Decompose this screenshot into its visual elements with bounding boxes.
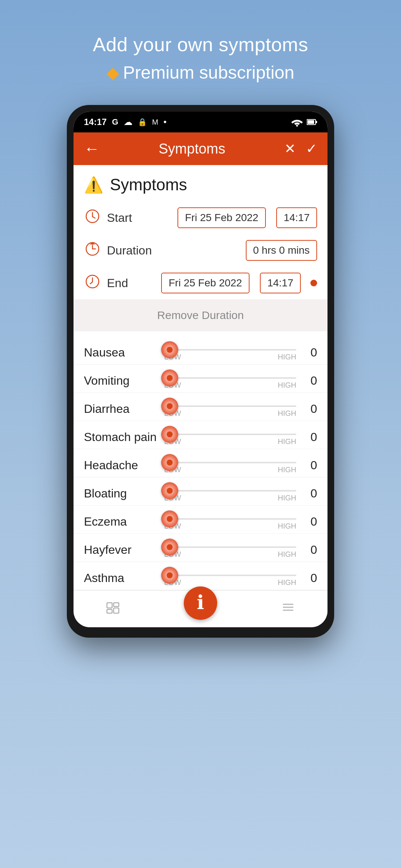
back-button[interactable]: ← bbox=[84, 140, 100, 158]
start-date[interactable]: Fri 25 Feb 2022 bbox=[177, 207, 266, 228]
wifi-icon bbox=[291, 118, 303, 126]
end-row: End Fri 25 Feb 2022 14:17 bbox=[74, 267, 327, 299]
symptom-slider-1[interactable]: LOW HIGH bbox=[164, 372, 296, 389]
mail-icon: M bbox=[152, 118, 159, 126]
symptom-slider-2[interactable]: LOW HIGH bbox=[164, 400, 296, 418]
header-title: Symptoms bbox=[159, 141, 225, 157]
symptom-value-3: 0 bbox=[302, 430, 317, 444]
nav-home-icon[interactable] bbox=[105, 599, 121, 619]
slider-thumb-inner-3 bbox=[167, 431, 173, 437]
slider-high-label-1: HIGH bbox=[278, 381, 296, 389]
bottom-nav: ℹ bbox=[74, 590, 327, 627]
symptom-row: Diarrhea LOW HIGH 0 bbox=[74, 393, 327, 421]
duration-value[interactable]: 0 hrs 0 mins bbox=[246, 240, 317, 261]
slider-thumb-inner-2 bbox=[167, 403, 173, 409]
phone-frame: 14:17 G ☁ 🔒 M • bbox=[67, 105, 334, 638]
slider-track-3[interactable] bbox=[164, 434, 296, 435]
slider-labels-4: LOW HIGH bbox=[164, 466, 296, 474]
slider-thumb-inner-5 bbox=[167, 488, 173, 494]
slider-thumb-2[interactable] bbox=[161, 398, 178, 415]
duration-row: Duration 0 hrs 0 mins bbox=[74, 234, 327, 267]
slider-labels-1: LOW HIGH bbox=[164, 381, 296, 389]
dot-icon: • bbox=[163, 117, 166, 127]
end-indicator-dot bbox=[310, 280, 317, 286]
svg-rect-12 bbox=[107, 609, 112, 613]
section-heading: Symptoms bbox=[110, 175, 187, 194]
symptom-name-2: Diarrhea bbox=[84, 402, 158, 416]
slider-thumb-inner-0 bbox=[167, 347, 173, 353]
promo-subtitle: ◆ Premium subscription bbox=[107, 62, 294, 83]
slider-track-4[interactable] bbox=[164, 462, 296, 463]
symptom-row: Eczema LOW HIGH 0 bbox=[74, 506, 327, 534]
slider-thumb-7[interactable] bbox=[161, 539, 178, 556]
symptom-list: Nausea LOW HIGH 0 Vomiting LOW HIGH bbox=[74, 336, 327, 590]
end-time[interactable]: 14:17 bbox=[260, 273, 301, 293]
slider-labels-6: LOW HIGH bbox=[164, 522, 296, 530]
symptom-name-6: Eczema bbox=[84, 515, 158, 529]
slider-thumb-1[interactable] bbox=[161, 369, 178, 387]
symptom-value-2: 0 bbox=[302, 402, 317, 416]
slider-track-7[interactable] bbox=[164, 546, 296, 548]
slider-labels-2: LOW HIGH bbox=[164, 409, 296, 418]
lock-icon: 🔒 bbox=[138, 118, 147, 126]
slider-thumb-inner-8 bbox=[167, 572, 173, 578]
promo-title: Add your own symptoms bbox=[93, 33, 308, 56]
slider-labels-7: LOW HIGH bbox=[164, 550, 296, 559]
slider-thumb-inner-4 bbox=[167, 460, 173, 466]
slider-high-label-6: HIGH bbox=[278, 522, 296, 530]
symptom-slider-3[interactable]: LOW HIGH bbox=[164, 428, 296, 446]
slider-track-1[interactable] bbox=[164, 377, 296, 379]
slider-labels-5: LOW HIGH bbox=[164, 494, 296, 502]
status-left: 14:17 G ☁ 🔒 M • bbox=[84, 117, 167, 127]
slider-thumb-inner-6 bbox=[167, 516, 173, 522]
svg-line-6 bbox=[92, 217, 95, 218]
svg-line-10 bbox=[90, 282, 92, 284]
svg-point-0 bbox=[296, 125, 298, 127]
slider-track-5[interactable] bbox=[164, 490, 296, 491]
symptom-value-0: 0 bbox=[302, 346, 317, 359]
symptom-slider-8[interactable]: LOW HIGH bbox=[164, 569, 296, 587]
fab-add-button[interactable]: ℹ bbox=[184, 586, 217, 620]
nav-list-icon[interactable] bbox=[280, 599, 296, 619]
slider-thumb-0[interactable] bbox=[161, 341, 178, 358]
confirm-button[interactable]: ✓ bbox=[306, 141, 317, 157]
svg-rect-2 bbox=[307, 120, 314, 124]
slider-track-0[interactable] bbox=[164, 349, 296, 351]
svg-rect-3 bbox=[316, 121, 317, 123]
symptom-value-1: 0 bbox=[302, 374, 317, 388]
slider-thumb-6[interactable] bbox=[161, 510, 178, 527]
symptom-slider-6[interactable]: LOW HIGH bbox=[164, 513, 296, 530]
start-time[interactable]: 14:17 bbox=[276, 207, 317, 228]
end-date[interactable]: Fri 25 Feb 2022 bbox=[161, 273, 250, 293]
symptom-name-5: Bloating bbox=[84, 487, 158, 500]
remove-duration-button[interactable]: Remove Duration bbox=[74, 299, 327, 331]
slider-track-8[interactable] bbox=[164, 575, 296, 576]
symptom-row: Hayfever LOW HIGH 0 bbox=[74, 534, 327, 562]
status-right bbox=[291, 118, 317, 126]
slider-thumb-5[interactable] bbox=[161, 482, 178, 499]
symptom-name-8: Asthma bbox=[84, 571, 158, 585]
symptom-slider-7[interactable]: LOW HIGH bbox=[164, 541, 296, 559]
slider-thumb-4[interactable] bbox=[161, 454, 178, 471]
symptom-slider-0[interactable]: LOW HIGH bbox=[164, 344, 296, 361]
symptom-value-6: 0 bbox=[302, 515, 317, 529]
clock-icon bbox=[84, 209, 101, 227]
symptom-name-7: Hayfever bbox=[84, 543, 158, 557]
slider-track-6[interactable] bbox=[164, 518, 296, 520]
symptom-slider-5[interactable]: LOW HIGH bbox=[164, 485, 296, 502]
symptom-name-4: Headache bbox=[84, 458, 158, 472]
slider-high-label-0: HIGH bbox=[278, 353, 296, 361]
section-title-row: ⚠️ Symptoms bbox=[74, 165, 327, 201]
symptom-value-8: 0 bbox=[302, 571, 317, 585]
slider-labels-3: LOW HIGH bbox=[164, 437, 296, 446]
slider-high-label-3: HIGH bbox=[278, 437, 296, 446]
close-button[interactable]: ✕ bbox=[284, 141, 296, 157]
slider-thumb-8[interactable] bbox=[161, 567, 178, 584]
symptom-slider-4[interactable]: LOW HIGH bbox=[164, 457, 296, 474]
slider-labels-0: LOW HIGH bbox=[164, 353, 296, 361]
slider-thumb-3[interactable] bbox=[161, 426, 178, 443]
slider-track-2[interactable] bbox=[164, 405, 296, 407]
duration-icon bbox=[84, 241, 101, 260]
slider-labels-8: LOW HIGH bbox=[164, 578, 296, 587]
cloud-icon: ☁ bbox=[124, 117, 133, 127]
